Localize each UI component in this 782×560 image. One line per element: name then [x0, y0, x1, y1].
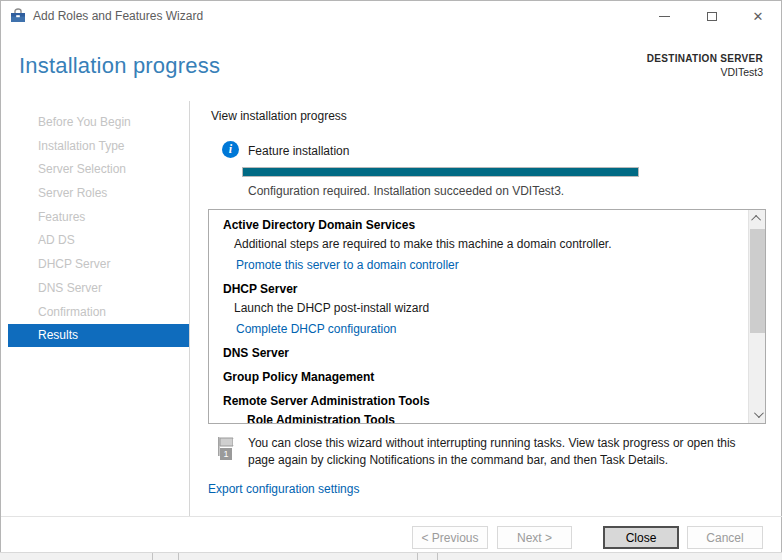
- screen: Add Roles and Features Wizard ✕ Installa…: [0, 0, 782, 560]
- background-divider: [437, 553, 438, 560]
- background-divider: [178, 553, 179, 560]
- minimize-icon: [659, 16, 670, 17]
- page-title: Installation progress: [19, 53, 220, 79]
- promote-domain-controller-link[interactable]: Promote this server to a domain controll…: [209, 256, 747, 275]
- result-role-gpm: Group Policy Management: [209, 368, 747, 387]
- step-dhcp-server: DHCP Server: [1, 253, 189, 277]
- background-divider: [152, 553, 153, 560]
- destination-server-name: VDITest3: [647, 66, 763, 78]
- scrollbar-thumb[interactable]: [750, 229, 765, 333]
- step-before-you-begin: Before You Begin: [1, 111, 189, 135]
- step-server-selection: Server Selection: [1, 158, 189, 182]
- close-icon: ✕: [753, 10, 764, 23]
- installation-status-text: Configuration required. Installation suc…: [248, 184, 564, 198]
- feature-installation-label: Feature installation: [248, 144, 349, 158]
- maximize-icon: [707, 12, 717, 21]
- chevron-up-icon: [751, 215, 761, 225]
- results-scrollbar[interactable]: [748, 210, 765, 423]
- result-role-ad-ds: Active Directory Domain Services: [209, 216, 747, 235]
- background-window-strip: [0, 552, 782, 560]
- wizard-toolbox-icon: [10, 8, 26, 24]
- previous-button: < Previous: [412, 526, 488, 549]
- step-dns-server: DNS Server: [1, 277, 189, 301]
- destination-server-block: DESTINATION SERVER VDITest3: [647, 53, 763, 78]
- background-divider: [417, 553, 418, 560]
- title-bar: Add Roles and Features Wizard ✕: [1, 1, 781, 31]
- scroll-down-button[interactable]: [749, 406, 766, 423]
- wizard-note-text: You can close this wizard without interr…: [248, 435, 760, 469]
- step-features: Features: [1, 206, 189, 230]
- step-server-roles: Server Roles: [1, 182, 189, 206]
- complete-dhcp-configuration-link[interactable]: Complete DHCP configuration: [209, 320, 747, 339]
- notification-badge: 1: [220, 448, 232, 460]
- cancel-button: Cancel: [687, 526, 763, 549]
- export-configuration-settings-link[interactable]: Export configuration settings: [208, 482, 359, 496]
- chevron-down-icon: [754, 408, 764, 418]
- section-title: View installation progress: [211, 109, 347, 123]
- step-installation-type: Installation Type: [1, 135, 189, 159]
- wizard-steps-nav: Before You Begin Installation Type Serve…: [1, 111, 189, 347]
- minimize-button[interactable]: [647, 1, 681, 31]
- result-dhcp-info: Launch the DHCP post-install wizard: [209, 299, 747, 318]
- window-title: Add Roles and Features Wizard: [33, 9, 203, 23]
- next-button: Next >: [497, 526, 572, 549]
- close-button[interactable]: Close: [603, 526, 679, 549]
- close-window-button[interactable]: ✕: [741, 1, 775, 31]
- result-role-rsat: Remote Server Administration Tools: [209, 392, 747, 411]
- info-icon: i: [222, 141, 239, 158]
- result-role-admin-tools: Role Administration Tools: [209, 411, 747, 423]
- step-results[interactable]: Results: [8, 324, 189, 347]
- maximize-button[interactable]: [695, 1, 729, 31]
- step-ad-ds: AD DS: [1, 229, 189, 253]
- result-ad-ds-info: Additional steps are required to make th…: [209, 235, 747, 254]
- scroll-up-button[interactable]: [749, 210, 766, 227]
- results-rows: Active Directory Domain Services Additio…: [209, 210, 747, 423]
- progress-bar-fill: [243, 168, 638, 176]
- installation-progress-bar: [242, 167, 639, 177]
- result-role-dhcp: DHCP Server: [209, 280, 747, 299]
- sidebar-divider: [189, 101, 190, 516]
- step-confirmation: Confirmation: [1, 301, 189, 325]
- installation-results-list: Active Directory Domain Services Additio…: [208, 209, 766, 424]
- result-role-dns: DNS Server: [209, 344, 747, 363]
- wizard-window: Add Roles and Features Wizard ✕ Installa…: [0, 0, 782, 552]
- destination-server-label: DESTINATION SERVER: [647, 53, 763, 64]
- footer-divider: [1, 516, 782, 517]
